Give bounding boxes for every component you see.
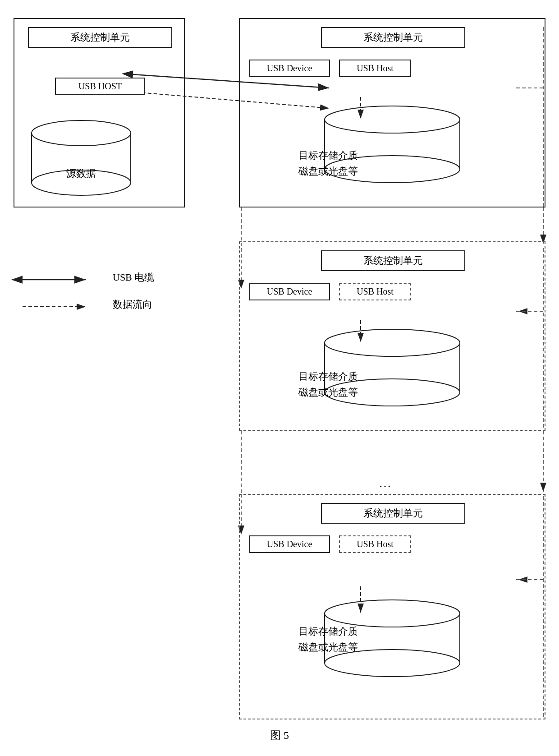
block3-ctrl-label: 系统控制单元	[321, 503, 465, 524]
block2-ctrl-label: 系统控制单元	[321, 250, 465, 271]
block1-usb-host-box: USB Host	[339, 60, 411, 77]
right-block-3: 系统控制单元 USB Device USB Host 目标存储介质 磁盘或光盘等	[239, 494, 545, 719]
block1-ctrl-label: 系统控制单元	[321, 27, 465, 48]
legend-usb-cable: USB 电缆	[18, 271, 154, 284]
block1-storage-label: 目标存储介质 磁盘或光盘等	[298, 148, 358, 179]
legend-usb-cable-label: USB 电缆	[113, 272, 154, 283]
source-data-label: 源数据	[54, 167, 108, 180]
block2-usb-host-box: USB Host	[339, 283, 411, 300]
block2-usb-device-box: USB Device	[249, 283, 330, 300]
block1-usb-device-box: USB Device	[249, 60, 330, 77]
ellipsis-dots: …	[379, 476, 394, 490]
block3-storage-label: 目标存储介质 磁盘或光盘等	[298, 623, 358, 655]
block3-usb-host-box: USB Host	[339, 535, 411, 553]
block3-usb-device-box: USB Device	[249, 535, 330, 553]
block2-storage-label: 目标存储介质 磁盘或光盘等	[298, 369, 358, 400]
figure-label: 图 5	[270, 728, 289, 742]
right-block-2: 系统控制单元 USB Device USB Host 目标存储介质 磁盘或光盘等	[239, 241, 545, 431]
right-block-1: 系统控制单元 USB Device USB Host 目标存储介质 磁盘或光盘等	[239, 18, 545, 207]
legend-data-flow: 数据流向	[18, 298, 152, 311]
legend-data-flow-label: 数据流向	[113, 299, 152, 310]
diagram-container: 系统控制单元 USB HOST 源数据 系统控制单元 USB Device US…	[0, 0, 559, 756]
left-usb-host-box: USB HOST	[55, 78, 145, 95]
left-ctrl-label: 系统控制单元	[28, 27, 172, 48]
